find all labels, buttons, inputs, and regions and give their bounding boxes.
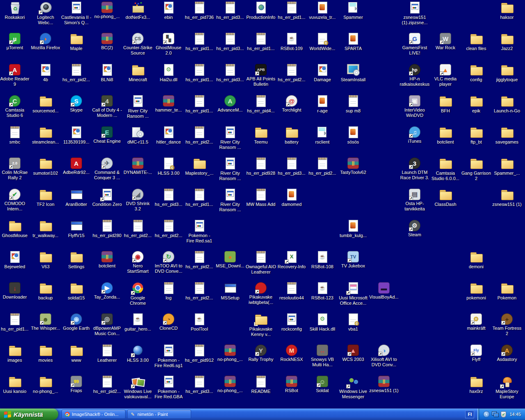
desktop-icon[interactable]: TF2 Icon — [30, 188, 61, 207]
desktop-icon[interactable]: epik — [461, 94, 491, 114]
desktop-icon[interactable]: RSBot-108 — [307, 250, 338, 269]
desktop-icon[interactable]: ◉↗Nero StartSmart — [123, 250, 153, 274]
desktop-icon[interactable]: tr_walkway... — [30, 219, 61, 238]
desktop-icon[interactable]: ‖botclient — [92, 250, 122, 269]
desktop-icon[interactable]: ✔↗COMODO Intern... — [0, 188, 30, 212]
desktop-icon[interactable]: Minecraft — [123, 63, 153, 82]
desktop-icon[interactable]: River City Ransom ... — [215, 126, 245, 150]
desktop-icon[interactable]: G↗GamersFirst LIVE! — [399, 32, 430, 56]
desktop-icon[interactable]: ↗Google Chrome — [123, 281, 153, 306]
desktop-icon[interactable]: haksor — [492, 1, 522, 20]
desktop-icon[interactable]: ▤↗Osta HP-tarvikkeita — [399, 188, 430, 212]
desktop-icon[interactable]: ▚↗GhostMouse 2.0 — [153, 32, 184, 56]
desktop-icon[interactable]: ‖RSBot — [276, 375, 307, 393]
desktop-icon[interactable]: ‖no-phong_... — [215, 344, 245, 362]
desktop-icon[interactable]: demoni — [461, 250, 491, 269]
desktop-icon[interactable]: Y↗Rally Trophy — [246, 344, 276, 362]
desktop-icon[interactable]: ◑↗Xilisoft AVI to DVD Conv... — [369, 344, 399, 368]
desktop-icon[interactable]: hs_err_pid1... — [246, 32, 276, 51]
desktop-icon[interactable]: steamclean... — [30, 126, 61, 145]
desktop-icon[interactable]: PoolTool — [184, 313, 215, 332]
desktop-icon[interactable]: BFH — [430, 94, 461, 114]
desktop-icon[interactable]: ▬VisualBoyAd... — [369, 281, 399, 300]
desktop-icon[interactable]: ▶↗Tay_Zonda... — [92, 281, 122, 300]
desktop-icon[interactable]: ↗HLSS 3.00 — [123, 344, 153, 363]
security-shield-icon[interactable] — [501, 411, 506, 418]
desktop-icon[interactable]: battery — [276, 126, 307, 145]
desktop-icon[interactable]: pokemoni — [461, 281, 491, 301]
desktop-icon[interactable]: config — [461, 63, 491, 82]
taskbar-window-button[interactable]: ImageShack® - Onlin... — [62, 410, 126, 419]
desktop-icon[interactable]: ProductionInfo — [246, 1, 276, 20]
desktop-icon[interactable]: hs_err_pid2... — [61, 63, 91, 82]
desktop-icon[interactable]: Roskakori — [0, 1, 30, 20]
desktop-icon[interactable]: zsnesw151 (1).zipzsne... — [399, 1, 430, 25]
desktop-icon[interactable]: hs_err_pid2... — [153, 219, 184, 238]
desktop-icon[interactable]: images — [0, 344, 30, 363]
desktop-icon[interactable]: BLNi8 — [92, 63, 122, 82]
start-button[interactable]: Käynnistä — [0, 409, 58, 420]
desktop-icon[interactable]: no-phong_... — [30, 375, 61, 394]
desktop-icon[interactable]: hs_err_pid1... — [184, 32, 215, 51]
desktop-icon[interactable]: Pokemon — [492, 281, 522, 301]
desktop-icon[interactable]: resoluutio44 — [276, 281, 307, 301]
desktop-icon[interactable]: Ownageful AIO Leatherer — [246, 250, 276, 275]
desktop-icon[interactable]: hs_err_pid1... — [276, 1, 307, 20]
desktop-icon[interactable]: ↗Uusi Microsoft Office Acce... — [338, 281, 368, 306]
desktop-icon[interactable]: soldat15 — [61, 281, 91, 301]
desktop-icon[interactable]: ‖no-phong_... — [92, 1, 122, 19]
desktop-icon[interactable]: movies — [30, 344, 61, 363]
hide-icons-chevron-icon[interactable]: ‹ — [483, 411, 490, 418]
desktop-icon[interactable]: V63 — [30, 250, 61, 269]
desktop-icon[interactable]: 113539199... — [61, 126, 91, 145]
desktop-icon[interactable]: ◔↗CloneCD — [153, 313, 184, 331]
desktop-icon[interactable]: hs_err_pid1... — [184, 94, 215, 114]
desktop-icon[interactable]: µ↗µTorrent — [0, 32, 30, 50]
desktop-icon[interactable]: ‥Snowys VB Multi Ha... — [307, 344, 338, 368]
desktop-icon[interactable]: hs_err_pid3... — [215, 1, 245, 20]
desktop-icon[interactable]: hs_err_pid1... — [184, 63, 215, 82]
desktop-icon[interactable]: hs_err_pid3... — [153, 188, 184, 207]
desktop-icon[interactable]: S↗Skype — [61, 94, 91, 113]
desktop-icon[interactable]: ☻↗The Whisper... — [30, 313, 61, 331]
desktop-icon[interactable]: jigglytoque — [492, 63, 522, 82]
desktop-icon[interactable]: Bejeweled — [0, 250, 30, 269]
desktop-icon[interactable]: Settings — [61, 250, 91, 269]
desktop-icon[interactable]: ‖DYNAMITE-... — [123, 157, 153, 175]
desktop-icon[interactable]: ↗Condition Zero — [92, 188, 122, 207]
desktop-icon[interactable]: guitar_hero... — [123, 313, 153, 332]
desktop-icon[interactable]: 4↗Call of Duty 4 - Modern ... — [92, 94, 122, 118]
desktop-icon[interactable]: ✈↗Command & Conquer 3 ... — [92, 157, 122, 180]
desktop-icon[interactable]: ◢↗DVD Shrink 3.2 — [123, 188, 153, 212]
desktop-icon[interactable]: ↗Pikakuvake Kenny v... — [246, 313, 276, 337]
desktop-icon[interactable]: Hai2u.dll — [153, 63, 184, 82]
desktop-icon[interactable]: AAdvanceM... — [215, 94, 245, 113]
desktop-icon[interactable]: hs_err_pid3... — [184, 375, 215, 394]
desktop-icon[interactable]: hs_err_pid4... — [246, 94, 276, 114]
desktop-icon[interactable]: E↗Cheat Engine — [92, 126, 122, 144]
desktop-icon[interactable]: ClassDash — [430, 188, 461, 207]
desktop-icon[interactable]: ↗Logitech Webc... — [30, 1, 61, 25]
desktop-icon[interactable]: hs_err_pid2... — [123, 219, 153, 238]
desktop-icon[interactable]: ftp_bt — [461, 126, 491, 145]
desktop-icon[interactable]: CS↗Counter-Strike Source — [123, 32, 153, 56]
desktop-icon[interactable]: sumotori102 — [30, 157, 61, 176]
desktop-icon[interactable]: A↗Asdastory — [492, 344, 522, 362]
desktop-icon[interactable]: Gang Garrison 2 — [461, 157, 491, 181]
desktop-icon[interactable]: README — [246, 375, 276, 394]
desktop-icon[interactable]: zsnesw151 (1) — [492, 188, 522, 207]
network-icon[interactable] — [492, 411, 499, 417]
desktop-icon[interactable]: ‖zsnesw151 (1) — [369, 375, 399, 393]
desktop-icon[interactable]: Pokemon - Fire Red.GBA — [153, 375, 184, 399]
desktop-icon[interactable]: hs_err_pid3... — [276, 157, 307, 176]
desktop-icon[interactable]: ▲↗WCS 2003 — [338, 344, 368, 362]
desktop-icon[interactable]: hs_err_pid912 — [184, 344, 215, 363]
desktop-icon[interactable]: ‖hammer_te... — [153, 94, 184, 113]
desktop-icon[interactable]: ☺↗Soldat — [307, 375, 338, 393]
desktop-icon[interactable]: hs_err_pid2... — [92, 375, 122, 394]
desktop-icon[interactable]: botclient — [430, 126, 461, 145]
desktop-icon[interactable]: rsclient — [307, 126, 338, 145]
desktop-icon[interactable]: ↓Downloader — [0, 281, 30, 300]
desktop-icon[interactable]: dotNetFx3... — [123, 1, 153, 20]
desktop-icon[interactable]: TV↗TV Jukebox — [338, 250, 368, 269]
